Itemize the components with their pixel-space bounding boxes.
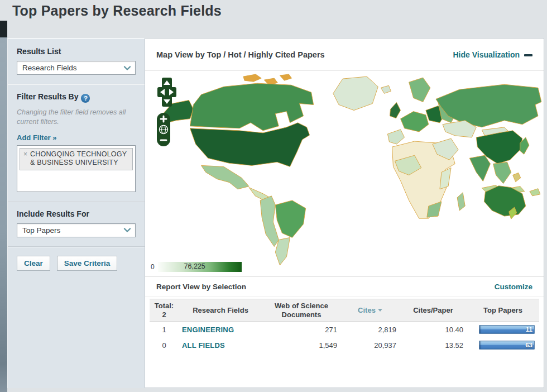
field-link-engineering[interactable]: ENGINEERING bbox=[182, 326, 234, 334]
legend-gradient-bar: 76,225 bbox=[158, 262, 242, 272]
include-results-selected: Top Papers bbox=[22, 226, 123, 235]
legend-max: 76,225 bbox=[158, 262, 232, 270]
filter-results-label: Filter Results By bbox=[17, 92, 78, 101]
collapse-minus-icon bbox=[524, 54, 532, 56]
map-controls bbox=[156, 77, 179, 147]
row-cites: 2,819 bbox=[340, 322, 400, 338]
country-canada[interactable] bbox=[190, 83, 313, 131]
row-docs: 271 bbox=[262, 322, 340, 338]
country-usa[interactable] bbox=[190, 123, 309, 167]
total-label: Total: bbox=[153, 302, 175, 310]
header-top-papers[interactable]: Top Papers bbox=[467, 299, 539, 322]
filter-tag-label: CHONGQING TECHNOLOGY & BUSINESS UNIVERSI… bbox=[30, 150, 129, 168]
row-cites: 20,937 bbox=[340, 337, 400, 353]
pan-control[interactable] bbox=[156, 77, 177, 108]
country-india[interactable] bbox=[469, 155, 490, 181]
filter-results-heading-row: Filter Results By? bbox=[17, 92, 136, 103]
main-panel: Map View by Top / Hot / Highly Cited Pap… bbox=[145, 38, 544, 388]
region-south-america-west[interactable] bbox=[260, 196, 279, 247]
filter-sidebar: Results List Research Fields Filter Resu… bbox=[7, 38, 145, 388]
header-wos-documents[interactable]: Web of Science Documents bbox=[262, 299, 340, 322]
hide-visualization-label: Hide Visualization bbox=[453, 50, 520, 59]
report-table: Total: 2 Research Fields Web of Science … bbox=[150, 299, 539, 353]
country-uk[interactable] bbox=[390, 102, 400, 118]
field-link-all-fields[interactable]: ALL FIELDS bbox=[182, 341, 225, 350]
chevron-down-icon bbox=[123, 64, 132, 73]
map-area: 0 76,225 bbox=[145, 71, 544, 276]
top-papers-bar: 11 bbox=[479, 325, 535, 334]
top-papers-value: 63 bbox=[525, 342, 532, 348]
top-papers-value: 11 bbox=[526, 326, 532, 333]
include-results-label: Include Results For bbox=[17, 209, 136, 218]
results-list-section: Results List Research Fields bbox=[8, 39, 145, 84]
country-philippines[interactable] bbox=[513, 173, 521, 181]
map-legend: 0 76,225 bbox=[151, 262, 242, 272]
world-map[interactable] bbox=[145, 71, 544, 276]
sidebar-buttons: Clear Save Criteria bbox=[8, 247, 145, 280]
header-research-fields[interactable]: Research Fields bbox=[179, 299, 262, 322]
left-edge-strip bbox=[0, 37, 7, 392]
customize-link[interactable]: Customize bbox=[495, 283, 532, 291]
left-edge-dark-strip bbox=[0, 21, 7, 37]
country-mexico[interactable] bbox=[201, 165, 249, 189]
region-se-asia[interactable] bbox=[493, 162, 511, 183]
remove-filter-icon[interactable]: × bbox=[23, 150, 27, 168]
country-brazil[interactable] bbox=[275, 200, 305, 238]
cites-label: Cites bbox=[358, 306, 376, 314]
country-arctic-islands bbox=[243, 74, 291, 85]
table-row: 0 ALL FIELDS 1,549 20,937 13.52 63 bbox=[150, 337, 539, 353]
report-view-title: Report View by Selection bbox=[156, 283, 495, 291]
report-table-header-row: Total: 2 Research Fields Web of Science … bbox=[150, 299, 539, 322]
filter-results-section: Filter Results By? Changing the filter f… bbox=[8, 84, 145, 202]
wos-line1: Web of Science bbox=[266, 302, 337, 310]
row-rank: 0 bbox=[150, 337, 179, 353]
country-iceland[interactable] bbox=[381, 85, 391, 93]
filter-note: Changing the filter field removes all cu… bbox=[17, 108, 136, 127]
country-greenland[interactable] bbox=[333, 77, 378, 110]
region-scandinavia[interactable] bbox=[409, 78, 430, 102]
page-title-bar: Top Papers by Research Fields bbox=[0, 0, 547, 21]
report-view-header: Report View by Selection Customize bbox=[145, 276, 544, 297]
clear-button[interactable]: Clear bbox=[17, 256, 50, 271]
save-criteria-button[interactable]: Save Criteria bbox=[57, 256, 118, 271]
sort-desc-icon bbox=[378, 309, 382, 312]
top-papers-bar: 63 bbox=[479, 341, 535, 350]
add-filter-link[interactable]: Add Filter » bbox=[17, 133, 57, 142]
header-cites-per-paper[interactable]: Cites/Paper bbox=[400, 299, 467, 322]
chevron-down-icon bbox=[123, 226, 132, 235]
row-cites-per-paper: 13.52 bbox=[400, 337, 467, 353]
map-view-header: Map View by Top / Hot / Highly Cited Pap… bbox=[145, 39, 544, 71]
table-row: 1 ENGINEERING 271 2,819 10.40 11 bbox=[150, 322, 539, 338]
filter-tag: × CHONGQING TECHNOLOGY & BUSINESS UNIVER… bbox=[20, 148, 133, 170]
wos-line2: Documents bbox=[266, 310, 337, 319]
hide-visualization-link[interactable]: Hide Visualization bbox=[453, 50, 532, 59]
active-filters-box: × CHONGQING TECHNOLOGY & BUSINESS UNIVER… bbox=[17, 145, 136, 192]
include-results-dropdown[interactable]: Top Papers bbox=[17, 223, 136, 237]
map-view-title: Map View by Top / Hot / Highly Cited Pap… bbox=[156, 50, 453, 59]
region-iberia[interactable] bbox=[387, 130, 404, 144]
page-title: Top Papers by Research Fields bbox=[0, 0, 547, 19]
header-total: Total: 2 bbox=[150, 299, 179, 322]
results-list-dropdown[interactable]: Research Fields bbox=[17, 61, 136, 75]
region-west-europe[interactable] bbox=[401, 112, 429, 132]
results-list-selected: Research Fields bbox=[22, 64, 123, 72]
help-icon[interactable]: ? bbox=[81, 94, 90, 103]
country-madagascar[interactable] bbox=[457, 193, 465, 211]
results-list-label: Results List bbox=[17, 47, 136, 56]
legend-min: 0 bbox=[151, 263, 155, 271]
row-docs: 1,549 bbox=[262, 337, 340, 353]
total-count: 2 bbox=[153, 310, 175, 319]
include-results-section: Include Results For Top Papers bbox=[8, 202, 145, 247]
row-cites-per-paper: 10.40 bbox=[400, 322, 467, 338]
row-rank: 1 bbox=[150, 322, 179, 338]
header-cites[interactable]: Cites bbox=[340, 299, 400, 322]
zoom-control[interactable] bbox=[156, 112, 171, 147]
